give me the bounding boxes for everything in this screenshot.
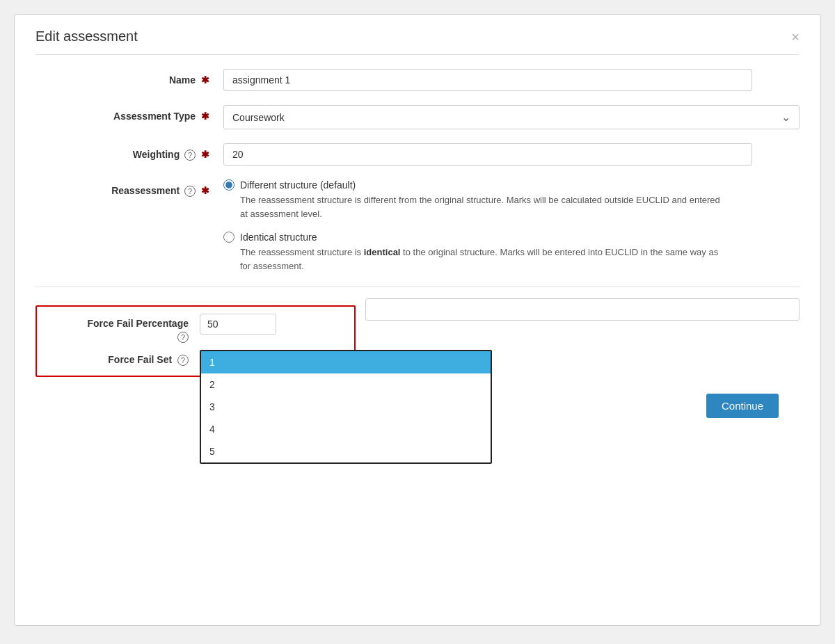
force-fail-set-label: Force Fail Set ?: [47, 350, 200, 366]
assessment-type-label: Assessment Type ✱: [35, 105, 223, 122]
reassessment-radio-group: Different structure (default) The reasse…: [223, 179, 800, 273]
reassessment-option-identical: Identical structure The reassessment str…: [223, 232, 800, 273]
assessment-type-row: Assessment Type ✱ Coursework ⌄: [35, 105, 800, 129]
name-label: Name ✱: [35, 69, 223, 86]
reassessment-desc-identical: The reassessment structure is identical …: [240, 245, 727, 273]
dropdown-item-4[interactable]: 4: [201, 418, 491, 440]
modal-title: Edit assessment: [35, 29, 138, 45]
weighting-input-wrap: [223, 143, 800, 166]
name-required-star: ✱: [201, 74, 209, 86]
name-input-wrap: [223, 69, 800, 91]
force-fail-percentage-row: Force Fail Percentage ?: [47, 314, 344, 343]
force-fail-percentage-input[interactable]: [200, 314, 276, 335]
force-fail-set-label-row: Force Fail Set ? 1 2 3 4 5: [47, 350, 344, 366]
force-fail-section: Force Fail Percentage ? Force Fail Set ?…: [35, 305, 356, 377]
reassessment-desc-different: The reassessment structure is different …: [240, 193, 727, 220]
reassessment-required-star: ✱: [201, 185, 209, 196]
name-row: Name ✱: [35, 69, 800, 91]
force-fail-set-dropdown[interactable]: 1 2 3 4 5: [200, 350, 492, 464]
close-button[interactable]: ×: [791, 30, 800, 44]
reassessment-label-different[interactable]: Different structure (default): [240, 179, 356, 191]
force-fail-percentage-label: Force Fail Percentage ?: [47, 314, 200, 343]
modal-header: Edit assessment ×: [35, 29, 800, 55]
force-fail-set-help-icon[interactable]: ?: [177, 355, 189, 366]
reassessment-radio-identical[interactable]: [223, 232, 234, 243]
weighting-help-icon[interactable]: ?: [184, 150, 196, 161]
dropdown-item-3[interactable]: 3: [201, 396, 491, 418]
weighting-required-star: ✱: [201, 149, 209, 160]
reassessment-label: Reassessment ? ✱: [35, 179, 223, 197]
weighting-row: Weighting ? ✱: [35, 143, 800, 166]
chevron-down-icon: ⌄: [781, 111, 790, 124]
force-fail-outer: Force Fail Percentage ? Force Fail Set ?…: [35, 298, 800, 377]
weighting-input[interactable]: [223, 143, 752, 166]
edit-assessment-modal: Edit assessment × Name ✱ Assessment Type…: [14, 14, 821, 626]
reassessment-option-different: Different structure (default) The reasse…: [223, 179, 800, 220]
continue-button[interactable]: Continue: [706, 394, 779, 418]
force-fail-set-input[interactable]: [365, 298, 800, 321]
dropdown-item-5[interactable]: 5: [201, 440, 491, 462]
dropdown-item-2[interactable]: 2: [201, 373, 491, 396]
assessment-type-value: Coursework: [232, 112, 285, 123]
dropdown-item-1[interactable]: 1: [201, 351, 491, 373]
assessment-type-required-star: ✱: [201, 111, 209, 122]
reassessment-options-wrap: Different structure (default) The reasse…: [223, 179, 800, 273]
name-input[interactable]: [223, 69, 752, 91]
weighting-label: Weighting ? ✱: [35, 143, 223, 161]
assessment-type-input-wrap: Coursework ⌄: [223, 105, 800, 129]
force-fail-percentage-help-icon[interactable]: ?: [177, 332, 189, 343]
assessment-type-select[interactable]: Coursework ⌄: [223, 105, 800, 129]
reassessment-row: Reassessment ? ✱ Different structure (de…: [35, 179, 800, 273]
reassessment-label-identical[interactable]: Identical structure: [240, 232, 317, 243]
force-fail-right: Continue: [356, 298, 800, 321]
reassessment-radio-different[interactable]: [223, 179, 234, 191]
reassessment-help-icon[interactable]: ?: [184, 186, 196, 197]
